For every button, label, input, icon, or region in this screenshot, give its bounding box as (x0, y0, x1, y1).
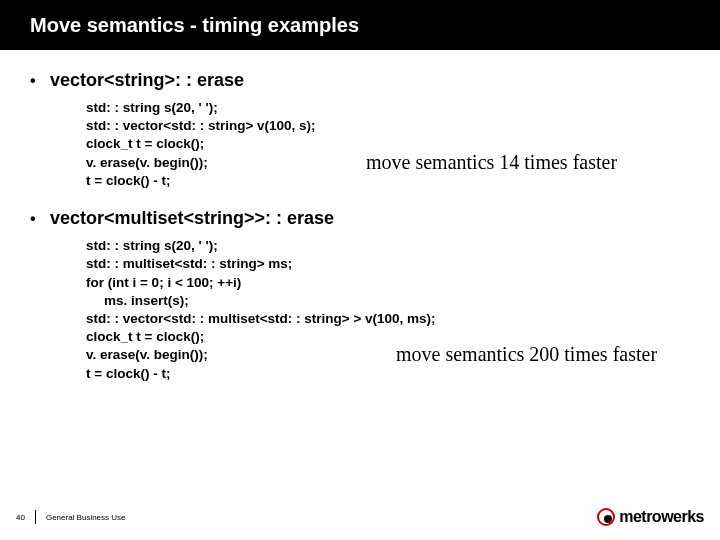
logo-text: metrowerks (619, 508, 704, 526)
code-line: std: : string s(20, ' '); (86, 99, 690, 117)
code-block-1: std: : string s(20, ' '); std: : vector<… (86, 99, 690, 190)
bullet-2-heading: vector<multiset<string>>: : erase (50, 208, 334, 229)
classification-label: General Business Use (46, 513, 126, 522)
code-line: for (int i = 0; i < 100; ++i) (86, 274, 690, 292)
slide-title-bar: Move semantics - timing examples (0, 0, 720, 50)
slide-number: 40 (16, 513, 25, 522)
code-line: std: : multiset<std: : string> ms; (86, 255, 690, 273)
bullet-1: • vector<string>: : erase (30, 70, 690, 91)
logo-mark-icon (597, 508, 615, 526)
callout-2: move semantics 200 times faster (396, 341, 657, 368)
slide-content: • vector<string>: : erase std: : string … (0, 50, 720, 383)
code-line: std: : vector<std: : string> v(100, s); (86, 117, 690, 135)
bullet-dot-icon: • (30, 72, 50, 90)
slide-title: Move semantics - timing examples (30, 14, 359, 37)
code-block-2: std: : string s(20, ' '); std: : multise… (86, 237, 690, 383)
code-line: std: : string s(20, ' '); (86, 237, 690, 255)
brand-logo: metrowerks (597, 508, 704, 526)
divider-icon (35, 510, 36, 524)
bullet-dot-icon: • (30, 210, 50, 228)
code-line: ms. insert(s); (86, 292, 690, 310)
callout-1: move semantics 14 times faster (366, 149, 617, 176)
bullet-2: • vector<multiset<string>>: : erase (30, 208, 690, 229)
slide-footer: 40 General Business Use metrowerks (16, 508, 704, 526)
footer-left: 40 General Business Use (16, 510, 126, 524)
bullet-1-heading: vector<string>: : erase (50, 70, 244, 91)
code-line: std: : vector<std: : multiset<std: : str… (86, 310, 690, 328)
